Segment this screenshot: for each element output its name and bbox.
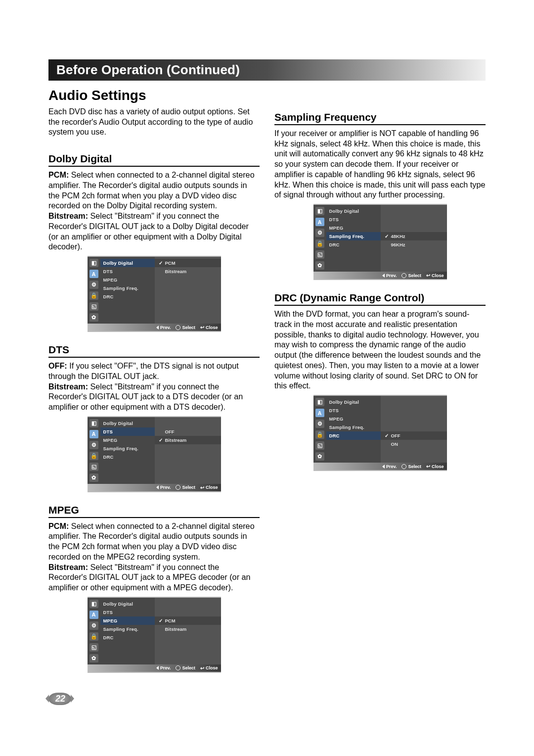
menu-list-item: DTS [326,215,381,224]
menu-list-item: Sampling Freq. [326,423,381,431]
page-number-badge: 22 [48,693,71,705]
menu-value-item: Bitstream [155,267,221,276]
menu-list-item: DRC [326,431,381,440]
menu-icon: ⚙ [315,420,324,428]
mpeg-text: PCM: Select when connected to a 2-channe… [48,521,260,593]
heading-drc: DRC (Dynamic Range Control) [274,292,486,306]
menu-value-item: Bitstream [155,625,221,633]
footer-select: Select [176,325,195,330]
dts-text: OFF: If you select "OFF", the DTS signal… [48,361,260,412]
menu-icon: 🔒 [315,430,324,439]
menu-icon: ◧ [89,600,98,608]
menu-icon: ⚙ [315,229,324,237]
menu-icon: A [89,430,98,438]
footer-prev: Prev. [156,325,171,330]
drc-text: With the DVD format, you can hear a prog… [274,309,486,391]
menu-value-item: ✓OFF [381,431,447,440]
footer-prev: Prev. [156,665,171,670]
menu-list-item: MPEG [326,415,381,423]
menu-icon: A [315,218,324,226]
menu-icon: ◧ [89,419,98,427]
mpeg-pcm-text: Select when connected to a 2-channel dig… [48,521,255,561]
menu-list-item: Dolby Digital [326,207,381,215]
triangle-left-icon [156,485,159,489]
triangle-left-icon [382,274,385,278]
menu-dolby: ◧A⚙🔒◱✿Dolby DigitalDTSMPEGSampling Freq.… [88,256,221,332]
menu-icon: ⚙ [89,621,98,630]
circle-icon [176,665,180,670]
menu-list-item: Dolby Digital [100,600,155,608]
heading-sampling: Sampling Frequency [274,111,486,125]
menu-list-item: Dolby Digital [100,419,155,427]
menu-list-item: DTS [326,406,381,415]
footer-prev: Prev. [156,485,171,490]
menu-footer: Prev.Select↩Close [313,463,447,470]
menu-value-item: 96KHz [381,240,447,249]
intro-text: Each DVD disc has a variety of audio out… [48,106,260,137]
footer-prev: Prev. [382,464,397,469]
menu-dts: ◧A⚙🔒◱✿Dolby DigitalDTSMPEGSampling Freq.… [88,416,221,492]
sampling-text: If your receiver or amplifier is NOT cap… [274,128,486,200]
check-icon: ✓ [159,618,163,623]
menu-list-item: Dolby Digital [326,398,381,406]
footer-select: Select [176,485,195,490]
menu-icon: ✿ [315,261,324,270]
dts-off-text: If you select "OFF", the DTS signal is n… [48,361,239,380]
triangle-left-icon [382,465,385,469]
dolby-pcm-label: PCM: [48,170,69,179]
menu-icon: ✿ [315,452,324,461]
menu-list-item: DRC [100,292,155,301]
menu-list-item: DTS [100,267,155,276]
menu-icon: ⚙ [89,281,98,289]
return-icon: ↩ [426,273,430,278]
circle-icon [176,325,180,330]
check-icon: ✓ [385,433,389,438]
menu-list-item: Dolby Digital [100,259,155,267]
dts-off-label: OFF: [48,361,67,370]
menu-list-item: DRC [326,240,381,249]
menu-list-item: MPEG [326,224,381,232]
dts-bs-label: Bitstream: [48,382,88,391]
menu-sampling: ◧A⚙🔒◱✿Dolby DigitalDTSMPEGSampling Freq.… [313,204,447,280]
right-column: Sampling Frequency If your receiver or a… [274,81,486,678]
menu-icon: ◧ [315,207,324,215]
menu-list-item: MPEG [100,276,155,284]
menu-icon: 🔒 [89,452,98,460]
menu-icon: ✿ [89,473,98,482]
footer-close: ↩Close [200,665,218,671]
menu-footer: Prev.Select↩Close [88,324,221,331]
menu-icon: 🔒 [315,239,324,248]
menu-value-item: ✓PCM [155,616,221,625]
footer-close: ↩Close [200,485,218,490]
dolby-text: PCM: Select when connected to a 2-channe… [48,170,260,252]
return-icon: ↩ [426,464,430,469]
menu-value-item: ON [381,440,447,448]
return-icon: ↩ [200,485,204,490]
menu-list-item: DRC [100,453,155,461]
menu-icon: A [89,270,98,278]
menu-icon: ◱ [315,250,324,259]
menu-list-item: DTS [100,608,155,616]
return-icon: ↩ [200,325,204,330]
menu-icon: 🔒 [89,632,98,641]
dolby-pcm-text: Select when connected to a 2-channel dig… [48,170,255,210]
menu-list-item: DRC [100,633,155,642]
menu-icon: ✿ [89,654,98,662]
menu-list-item: DTS [100,427,155,436]
menu-icon: ◧ [89,259,98,267]
heading-dolby: Dolby Digital [48,153,260,167]
dolby-bs-label: Bitstream: [48,211,88,220]
menu-icon: ◱ [89,643,98,652]
return-icon: ↩ [200,665,204,671]
mpeg-bs-label: Bitstream: [48,563,88,571]
heading-mpeg: MPEG [48,504,260,518]
footer-select: Select [401,464,421,469]
check-icon: ✓ [385,234,389,239]
menu-value-item: OFF [155,427,221,436]
menu-footer: Prev.Select↩Close [88,664,221,672]
circle-icon [401,273,406,278]
circle-icon [176,485,180,490]
footer-prev: Prev. [382,273,397,278]
menu-list-item: Sampling Freq. [100,444,155,453]
footer-select: Select [401,273,421,278]
